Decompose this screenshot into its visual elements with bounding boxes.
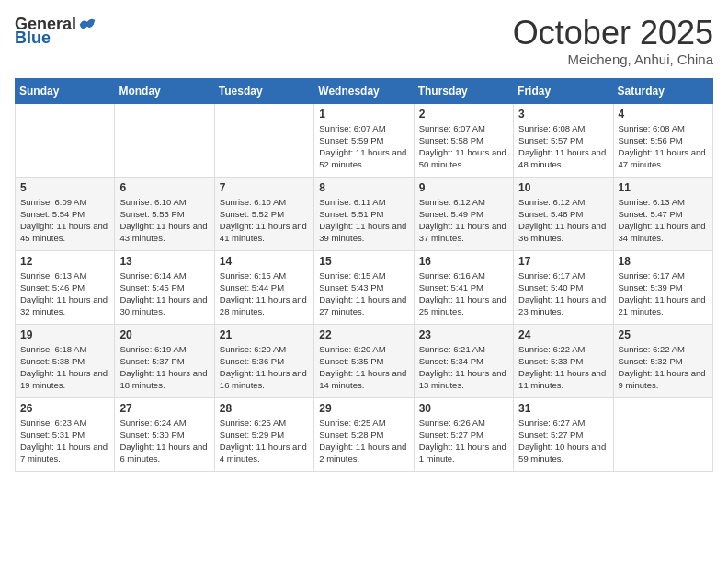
- calendar-cell: [115, 103, 214, 177]
- day-number: 5: [20, 181, 109, 194]
- day-number: 16: [419, 255, 508, 268]
- calendar-cell: 25Sunrise: 6:22 AM Sunset: 5:32 PM Dayli…: [613, 324, 712, 397]
- day-number: 26: [20, 402, 109, 415]
- weekday-header-saturday: Saturday: [613, 78, 712, 103]
- day-number: 21: [220, 328, 309, 341]
- day-number: 10: [518, 181, 608, 194]
- calendar-cell: 9Sunrise: 6:12 AM Sunset: 5:49 PM Daylig…: [414, 177, 513, 250]
- day-info: Sunrise: 6:21 AM Sunset: 5:34 PM Dayligh…: [419, 343, 508, 392]
- day-number: 8: [319, 181, 408, 194]
- calendar-cell: 28Sunrise: 6:25 AM Sunset: 5:29 PM Dayli…: [214, 397, 313, 471]
- day-info: Sunrise: 6:15 AM Sunset: 5:44 PM Dayligh…: [220, 270, 309, 318]
- day-info: Sunrise: 6:22 AM Sunset: 5:33 PM Dayligh…: [518, 343, 608, 392]
- day-number: 1: [319, 108, 408, 121]
- calendar-cell: 11Sunrise: 6:13 AM Sunset: 5:47 PM Dayli…: [613, 177, 712, 250]
- calendar-cell: 4Sunrise: 6:08 AM Sunset: 5:56 PM Daylig…: [613, 103, 712, 177]
- calendar-cell: 27Sunrise: 6:24 AM Sunset: 5:30 PM Dayli…: [115, 397, 214, 471]
- day-info: Sunrise: 6:20 AM Sunset: 5:36 PM Dayligh…: [220, 343, 309, 392]
- calendar-cell: 10Sunrise: 6:12 AM Sunset: 5:48 PM Dayli…: [514, 177, 613, 250]
- day-info: Sunrise: 6:11 AM Sunset: 5:51 PM Dayligh…: [319, 196, 408, 245]
- calendar-cell: 24Sunrise: 6:22 AM Sunset: 5:33 PM Dayli…: [514, 324, 613, 397]
- day-info: Sunrise: 6:09 AM Sunset: 5:54 PM Dayligh…: [20, 196, 109, 245]
- calendar-cell: 29Sunrise: 6:25 AM Sunset: 5:28 PM Dayli…: [314, 397, 414, 471]
- day-number: 7: [220, 181, 309, 194]
- day-number: 19: [20, 328, 109, 341]
- calendar-cell: 19Sunrise: 6:18 AM Sunset: 5:38 PM Dayli…: [16, 324, 115, 397]
- calendar-cell: [613, 397, 712, 471]
- calendar-cell: 16Sunrise: 6:16 AM Sunset: 5:41 PM Dayli…: [414, 250, 513, 324]
- day-info: Sunrise: 6:15 AM Sunset: 5:43 PM Dayligh…: [319, 270, 408, 318]
- logo-blue: Blue: [15, 29, 51, 48]
- day-number: 22: [319, 328, 408, 341]
- calendar-cell: 13Sunrise: 6:14 AM Sunset: 5:45 PM Dayli…: [115, 250, 214, 324]
- day-info: Sunrise: 6:22 AM Sunset: 5:32 PM Dayligh…: [619, 343, 708, 392]
- day-number: 23: [419, 328, 508, 341]
- weekday-header-row: SundayMondayTuesdayWednesdayThursdayFrid…: [16, 78, 713, 103]
- day-number: 3: [518, 108, 608, 121]
- day-info: Sunrise: 6:10 AM Sunset: 5:52 PM Dayligh…: [220, 196, 309, 245]
- day-info: Sunrise: 6:07 AM Sunset: 5:58 PM Dayligh…: [419, 122, 508, 171]
- calendar-cell: 12Sunrise: 6:13 AM Sunset: 5:46 PM Dayli…: [16, 250, 115, 324]
- day-number: 13: [119, 255, 209, 268]
- calendar-cell: 18Sunrise: 6:17 AM Sunset: 5:39 PM Dayli…: [613, 250, 712, 324]
- calendar-cell: 14Sunrise: 6:15 AM Sunset: 5:44 PM Dayli…: [214, 250, 313, 324]
- weekday-header-tuesday: Tuesday: [214, 78, 313, 103]
- day-number: 6: [119, 181, 209, 194]
- calendar-cell: 21Sunrise: 6:20 AM Sunset: 5:36 PM Dayli…: [214, 324, 313, 397]
- calendar-week-1: 1Sunrise: 6:07 AM Sunset: 5:59 PM Daylig…: [16, 103, 713, 177]
- day-info: Sunrise: 6:16 AM Sunset: 5:41 PM Dayligh…: [419, 270, 508, 318]
- day-info: Sunrise: 6:14 AM Sunset: 5:45 PM Dayligh…: [119, 270, 209, 318]
- page-header: General Blue October 2025 Meicheng, Anhu…: [15, 15, 713, 67]
- calendar-cell: [214, 103, 313, 177]
- day-info: Sunrise: 6:07 AM Sunset: 5:59 PM Dayligh…: [319, 122, 408, 171]
- day-info: Sunrise: 6:12 AM Sunset: 5:48 PM Dayligh…: [518, 196, 608, 245]
- day-number: 14: [220, 255, 309, 268]
- day-number: 12: [20, 255, 109, 268]
- calendar-cell: 7Sunrise: 6:10 AM Sunset: 5:52 PM Daylig…: [214, 177, 313, 250]
- day-number: 11: [619, 181, 708, 194]
- calendar-cell: 22Sunrise: 6:20 AM Sunset: 5:35 PM Dayli…: [314, 324, 414, 397]
- day-info: Sunrise: 6:10 AM Sunset: 5:53 PM Dayligh…: [119, 196, 209, 245]
- day-info: Sunrise: 6:17 AM Sunset: 5:39 PM Dayligh…: [619, 270, 708, 318]
- day-number: 25: [619, 328, 708, 341]
- day-info: Sunrise: 6:23 AM Sunset: 5:31 PM Dayligh…: [20, 417, 109, 465]
- calendar-cell: 30Sunrise: 6:26 AM Sunset: 5:27 PM Dayli…: [414, 397, 513, 471]
- day-number: 20: [119, 328, 209, 341]
- calendar-cell: 2Sunrise: 6:07 AM Sunset: 5:58 PM Daylig…: [414, 103, 513, 177]
- calendar-cell: 31Sunrise: 6:27 AM Sunset: 5:27 PM Dayli…: [514, 397, 613, 471]
- weekday-header-friday: Friday: [514, 78, 613, 103]
- calendar-cell: 15Sunrise: 6:15 AM Sunset: 5:43 PM Dayli…: [314, 250, 414, 324]
- calendar-cell: 20Sunrise: 6:19 AM Sunset: 5:37 PM Dayli…: [115, 324, 214, 397]
- day-info: Sunrise: 6:08 AM Sunset: 5:57 PM Dayligh…: [518, 122, 608, 171]
- day-number: 28: [220, 402, 309, 415]
- day-number: 27: [119, 402, 209, 415]
- calendar-cell: 23Sunrise: 6:21 AM Sunset: 5:34 PM Dayli…: [414, 324, 513, 397]
- title-block: October 2025 Meicheng, Anhui, China: [513, 15, 713, 67]
- day-info: Sunrise: 6:27 AM Sunset: 5:27 PM Dayligh…: [518, 417, 608, 465]
- day-info: Sunrise: 6:26 AM Sunset: 5:27 PM Dayligh…: [419, 417, 508, 465]
- day-info: Sunrise: 6:24 AM Sunset: 5:30 PM Dayligh…: [119, 417, 209, 465]
- day-number: 9: [419, 181, 508, 194]
- calendar-week-3: 12Sunrise: 6:13 AM Sunset: 5:46 PM Dayli…: [16, 250, 713, 324]
- calendar-cell: 1Sunrise: 6:07 AM Sunset: 5:59 PM Daylig…: [314, 103, 414, 177]
- logo: General Blue: [15, 15, 97, 48]
- location-title: Meicheng, Anhui, China: [513, 52, 713, 67]
- calendar-cell: 3Sunrise: 6:08 AM Sunset: 5:57 PM Daylig…: [514, 103, 613, 177]
- day-info: Sunrise: 6:18 AM Sunset: 5:38 PM Dayligh…: [20, 343, 109, 392]
- day-info: Sunrise: 6:25 AM Sunset: 5:29 PM Dayligh…: [220, 417, 309, 465]
- day-number: 29: [319, 402, 408, 415]
- day-number: 2: [419, 108, 508, 121]
- weekday-header-sunday: Sunday: [16, 78, 115, 103]
- day-number: 15: [319, 255, 408, 268]
- weekday-header-wednesday: Wednesday: [314, 78, 414, 103]
- day-info: Sunrise: 6:13 AM Sunset: 5:47 PM Dayligh…: [619, 196, 708, 245]
- weekday-header-thursday: Thursday: [414, 78, 513, 103]
- calendar-cell: 17Sunrise: 6:17 AM Sunset: 5:40 PM Dayli…: [514, 250, 613, 324]
- day-info: Sunrise: 6:19 AM Sunset: 5:37 PM Dayligh…: [119, 343, 209, 392]
- weekday-header-monday: Monday: [115, 78, 214, 103]
- day-info: Sunrise: 6:20 AM Sunset: 5:35 PM Dayligh…: [319, 343, 408, 392]
- calendar-cell: 5Sunrise: 6:09 AM Sunset: 5:54 PM Daylig…: [16, 177, 115, 250]
- calendar-cell: 26Sunrise: 6:23 AM Sunset: 5:31 PM Dayli…: [16, 397, 115, 471]
- day-info: Sunrise: 6:08 AM Sunset: 5:56 PM Dayligh…: [619, 122, 708, 171]
- day-info: Sunrise: 6:12 AM Sunset: 5:49 PM Dayligh…: [419, 196, 508, 245]
